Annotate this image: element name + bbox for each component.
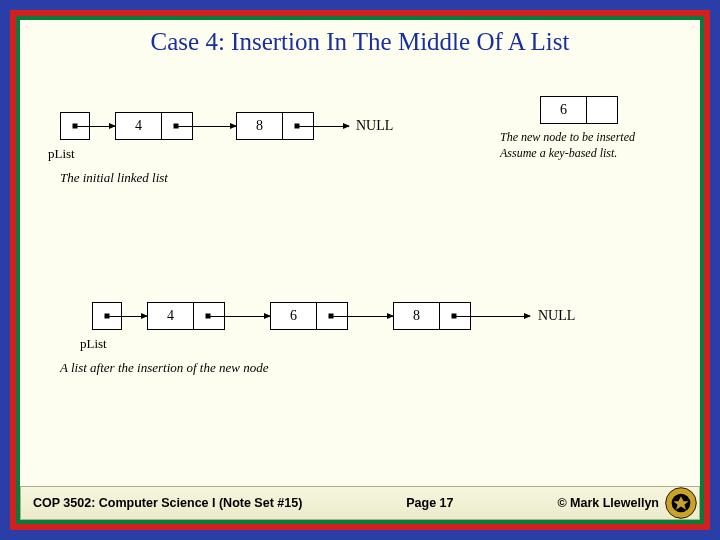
ucf-seal-icon [664,486,698,520]
new-node-caption-2: Assume a key-based list. [500,146,617,161]
arrow [297,126,349,127]
arrow [208,316,270,317]
node-data: 4 [148,303,194,329]
slide-content: Case 4: Insertion In The Middle Of A Lis… [20,20,700,485]
null-terminal: NULL [356,118,393,134]
footer-bar: COP 3502: Computer Science I (Note Set #… [20,486,700,520]
node-data: 8 [237,113,283,139]
arrow [75,126,115,127]
node-pointer-cell [587,97,617,123]
footer-page: Page 17 [302,496,557,510]
node-data: 8 [394,303,440,329]
initial-caption: The initial linked list [60,170,168,186]
arrow [454,316,530,317]
slide-title: Case 4: Insertion In The Middle Of A Lis… [20,28,700,56]
after-caption: A list after the insertion of the new no… [60,360,268,376]
footer-course: COP 3502: Computer Science I (Note Set #… [21,496,302,510]
null-terminal: NULL [538,308,575,324]
arrow [331,316,393,317]
new-node: 6 [540,96,618,124]
node-data: 4 [116,113,162,139]
plist-label-initial: pList [48,146,75,162]
new-node-caption-1: The new node to be inserted [500,130,635,145]
plist-label-after: pList [80,336,107,352]
arrow [176,126,236,127]
arrow [107,316,147,317]
node-data: 6 [541,97,587,123]
node-data: 6 [271,303,317,329]
